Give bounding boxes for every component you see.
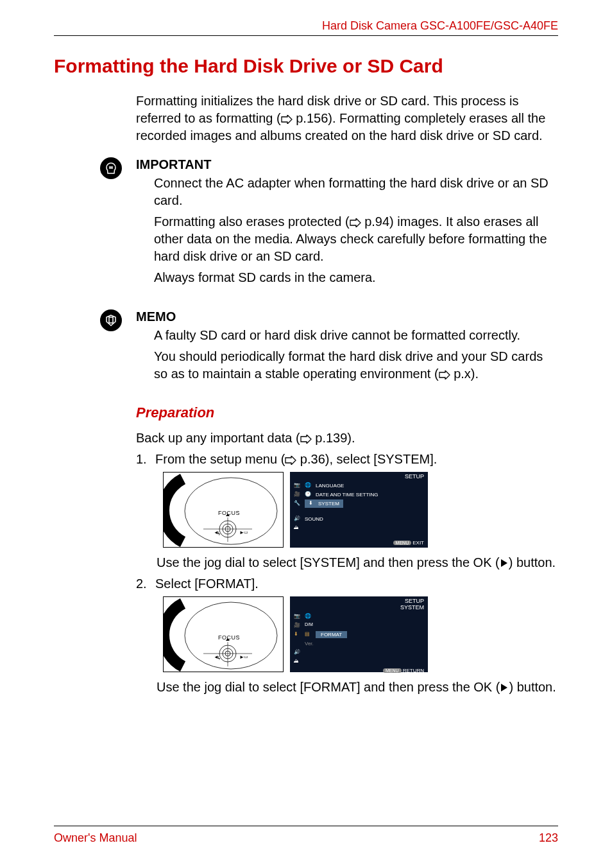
intro-paragraph: Formatting initializes the hard disk dri… (136, 92, 558, 144)
jog-dial-figure: ◄ ► ϟ ▭ FOCUS (163, 472, 284, 548)
step-2-result: Use the jog dial to select [FORMAT] and … (157, 680, 558, 695)
step-1-result-prefix: Use the jog dial to select [SYSTEM] and … (157, 555, 500, 569)
step-2-result-suffix: ) button. (509, 680, 556, 694)
screen2-ver-label: Ver. (305, 641, 314, 647)
screen2-title: SETUP SYSTEM (290, 596, 428, 611)
screen2-title1: SETUP (405, 598, 424, 604)
page-ref-arrow-icon (300, 435, 312, 444)
svg-text:▭: ▭ (244, 530, 248, 534)
clock-icon: 🕐 (305, 491, 312, 498)
step-1-result-suffix: ) button. (509, 555, 556, 569)
svg-text:▭: ▭ (244, 654, 248, 659)
screen1-datetime-label: DATE AND TIME SETTING (316, 492, 378, 498)
screen1-row-sound: 🔊 SOUND (294, 515, 428, 524)
date-icon: D/M (305, 622, 312, 629)
memo-p2-suffix: p.x). (450, 367, 479, 381)
page-footer: Owner's Manual 123 (54, 826, 558, 845)
speaker-icon: 🔊 (294, 649, 301, 656)
step-2-number: 2. (136, 577, 155, 591)
footer-page-number: 123 (539, 831, 558, 845)
jog-dial-figure: ◄ ► ϟ ▭ FOCUS (163, 596, 284, 672)
screen2-title2: SYSTEM (400, 604, 424, 611)
screen1-row-system: 🔧 ⬇ SYSTEM (294, 499, 428, 508)
system-icon: ⬇ (309, 500, 316, 507)
screen2-footer: MENURETURN (290, 666, 428, 675)
memo-icon (100, 309, 122, 331)
important-heading: IMPORTANT (136, 157, 558, 172)
screen1-row-language: 📷 🌐 LANGUAGE (294, 482, 428, 490)
important-p2-prefix: Formatting also erases protected ( (154, 214, 350, 229)
step-1: 1. From the setup menu ( p.36), select [… (136, 452, 558, 467)
backup-suffix: p.139). (312, 431, 355, 445)
page-title: Formatting the Hard Disk Drive or SD Car… (54, 55, 558, 77)
video-icon: 🎥 (294, 622, 301, 629)
screen2-return-label: RETURN (403, 668, 424, 673)
page-ref-arrow-icon (285, 456, 296, 465)
screen2-format-label: FORMAT (316, 631, 347, 638)
backup-text: Back up any important data ( p.139). (136, 429, 558, 447)
setup-screen-2: SETUP SYSTEM 📷 🌐 🎥 D/M ⬇ ▤ FORMAT Ver. (290, 596, 428, 672)
setup-screen-1: SETUP 📷 🌐 LANGUAGE 🎥 🕐 DATE AND TIME SET… (290, 472, 428, 548)
play-icon (500, 559, 509, 568)
menu-button-label: MENU (383, 668, 402, 673)
important-icon (100, 157, 122, 179)
figure-2: ◄ ► ϟ ▭ FOCUS SETUP SYSTEM 📷 🌐 🎥 D/M ⬇ ▤… (163, 596, 558, 672)
step-1-text: From the setup menu ( p.36), select [SYS… (155, 452, 558, 467)
panorama-icon: ⛰ (294, 658, 301, 665)
footer-manual-label: Owner's Manual (54, 831, 137, 845)
screen2-row-ver: Ver. (294, 639, 428, 648)
page-ref-arrow-icon (439, 370, 450, 379)
screen2-row-panorama: ⛰ (294, 657, 428, 666)
screen1-row-panorama: ⛰ (294, 524, 428, 533)
step-1-result: Use the jog dial to select [SYSTEM] and … (157, 555, 558, 570)
screen2-row-sound: 🔊 (294, 648, 428, 657)
important-p1: Connect the AC adapter when formatting t… (154, 175, 558, 209)
screen1-system-label: SYSTEM (318, 501, 339, 507)
screen2-row-icons1: 📷 🌐 (294, 612, 428, 621)
panorama-icon: ⛰ (294, 525, 301, 532)
important-p2: Formatting also erases protected ( p.94)… (154, 213, 558, 265)
video-icon: 🎥 (294, 491, 301, 498)
step-1-number: 1. (136, 452, 155, 467)
page-header: Hard Disk Camera GSC-A100FE/GSC-A40FE (54, 19, 558, 36)
backup-prefix: Back up any important data ( (136, 431, 300, 445)
step-2: 2. Select [FORMAT]. (136, 577, 558, 591)
menu-button-label: MENU (393, 541, 412, 545)
screen1-row-datetime: 🎥 🕐 DATE AND TIME SETTING (294, 490, 428, 499)
screen1-title: SETUP (290, 472, 428, 480)
screen2-row-icons2: 🎥 D/M (294, 621, 428, 630)
memo-section: MEMO A faulty SD card or hard disk drive… (54, 309, 558, 386)
page-ref-arrow-icon (350, 218, 361, 227)
focus-label: FOCUS (218, 510, 240, 516)
focus-label: FOCUS (218, 634, 240, 641)
memo-p2-prefix: You should periodically format the hard … (154, 349, 543, 381)
tool-icon: 🔧 (294, 500, 301, 507)
memo-p1: A faulty SD card or hard disk drive cann… (154, 327, 558, 344)
disk-icon: ▤ (305, 631, 312, 638)
camera-icon: 📷 (294, 482, 301, 489)
step-1-prefix: From the setup menu ( (155, 452, 285, 466)
speaker-icon: 🔊 (294, 516, 301, 523)
step-2-text: Select [FORMAT]. (155, 577, 558, 591)
screen1-footer: MENUEXIT (290, 539, 428, 548)
screen1-exit-label: EXIT (412, 540, 424, 546)
step-1-suffix: p.36), select [SYSTEM]. (296, 452, 437, 466)
figure-1: ◄ ► ϟ ▭ FOCUS SETUP 📷 🌐 LANGUAGE 🎥 🕐 DAT… (163, 472, 558, 548)
screen1-language-label: LANGUAGE (316, 483, 344, 489)
svg-text:ϟ: ϟ (217, 532, 221, 536)
globe-icon: 🌐 (305, 482, 312, 489)
preparation-heading: Preparation (136, 404, 558, 421)
page-ref-arrow-icon (281, 115, 293, 124)
screen2-row-format: ⬇ ▤ FORMAT (294, 630, 428, 639)
memo-heading: MEMO (136, 309, 558, 324)
memo-p2: You should periodically format the hard … (154, 348, 558, 383)
important-p3: Always format SD cards in the camera. (154, 269, 558, 286)
svg-text:ϟ: ϟ (217, 656, 221, 661)
step-2-result-prefix: Use the jog dial to select [FORMAT] and … (157, 680, 500, 694)
camera-icon: 📷 (294, 613, 301, 620)
tool-icon: ⬇ (294, 631, 301, 638)
important-section: IMPORTANT Connect the AC adapter when fo… (54, 157, 558, 290)
play-icon (500, 683, 509, 692)
screen1-sound-label: SOUND (305, 516, 323, 522)
globe-icon: 🌐 (305, 613, 312, 620)
